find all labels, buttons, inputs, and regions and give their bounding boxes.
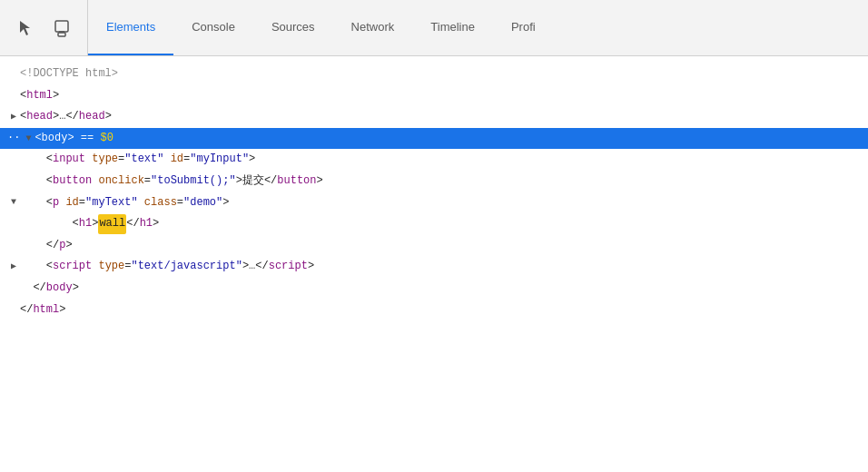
cursor-icon-button[interactable] bbox=[11, 12, 40, 44]
tab-profiles[interactable]: Profi bbox=[493, 0, 554, 55]
svg-rect-1 bbox=[58, 33, 65, 36]
toolbar-tabs: Elements Console Sources Network Timelin… bbox=[88, 0, 861, 55]
dom-button-line[interactable]: <button onclick="toSubmit();" >提交</butto… bbox=[0, 171, 868, 192]
dom-h1-line[interactable]: <h1>wall</h1> bbox=[0, 213, 868, 235]
dom-body-line[interactable]: ·· <body> == $0 bbox=[0, 128, 868, 150]
dom-html-line[interactable]: <html> bbox=[0, 85, 868, 107]
dom-html-close-line[interactable]: </html> bbox=[0, 300, 868, 321]
tab-console[interactable]: Console bbox=[173, 0, 253, 55]
svg-rect-0 bbox=[55, 21, 68, 32]
toolbar-icons bbox=[7, 0, 88, 55]
devtools-toolbar: Elements Console Sources Network Timelin… bbox=[0, 0, 868, 56]
elements-panel: <!DOCTYPE html> <html> <head>…</head> ··… bbox=[0, 56, 868, 328]
dom-body-close-line[interactable]: </body> bbox=[0, 278, 868, 300]
device-icon-button[interactable] bbox=[47, 12, 76, 44]
dom-p-line[interactable]: <p id="myText" class="demo" > bbox=[0, 192, 868, 214]
tab-timeline[interactable]: Timeline bbox=[412, 0, 493, 55]
dom-script-line[interactable]: <script type="text/javascript" >…</scrip… bbox=[0, 256, 868, 278]
head-expand-arrow[interactable] bbox=[7, 109, 20, 125]
dom-input-line[interactable]: <input type="text" id="myInput" > bbox=[0, 149, 868, 171]
tab-elements[interactable]: Elements bbox=[88, 0, 173, 55]
script-expand-arrow[interactable] bbox=[7, 259, 20, 275]
dom-doctype-line[interactable]: <!DOCTYPE html> bbox=[0, 64, 868, 85]
dom-p-close-line[interactable]: </p> bbox=[0, 235, 868, 257]
tab-sources[interactable]: Sources bbox=[253, 0, 333, 55]
body-expand-arrow[interactable] bbox=[22, 131, 35, 147]
dom-head-line[interactable]: <head>…</head> bbox=[0, 106, 868, 128]
tab-network[interactable]: Network bbox=[333, 0, 413, 55]
p-expand-arrow[interactable] bbox=[7, 194, 20, 211]
